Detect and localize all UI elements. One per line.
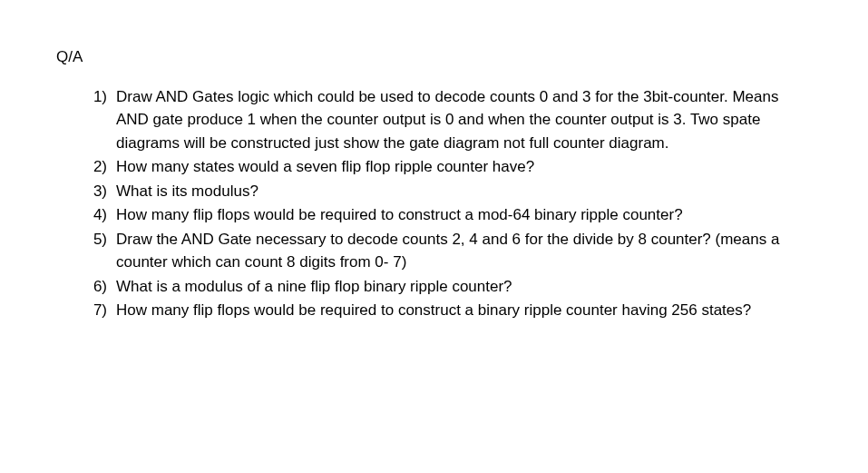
question-item: 7) How many flip flops would be required… [91,299,814,322]
question-number: 6) [91,275,116,299]
question-item: 1) Draw AND Gates logic which could be u… [91,85,814,155]
question-number: 1) [91,85,116,155]
question-number: 5) [91,228,116,274]
question-text: How many flip flops would be required to… [116,203,814,227]
question-item: 3) What is its modulus? [91,180,814,203]
question-text: How many states would a seven flip flop … [116,155,814,179]
questions-list: 1) Draw AND Gates logic which could be u… [91,85,814,322]
question-text: What is a modulus of a nine flip flop bi… [116,275,814,299]
question-text: Draw the AND Gate necessary to decode co… [116,228,814,274]
question-number: 3) [91,180,116,203]
question-item: 6) What is a modulus of a nine flip flop… [91,275,814,299]
question-text: What is its modulus? [116,180,814,203]
question-number: 2) [91,155,116,179]
question-text: How many flip flops would be required to… [116,299,814,322]
question-text: Draw AND Gates logic which could be used… [116,85,814,155]
question-item: 4) How many flip flops would be required… [91,203,814,227]
question-number: 7) [91,299,116,322]
question-item: 2) How many states would a seven flip fl… [91,155,814,179]
qa-heading: Q/A [56,45,814,69]
question-item: 5) Draw the AND Gate necessary to decode… [91,228,814,274]
question-number: 4) [91,203,116,227]
